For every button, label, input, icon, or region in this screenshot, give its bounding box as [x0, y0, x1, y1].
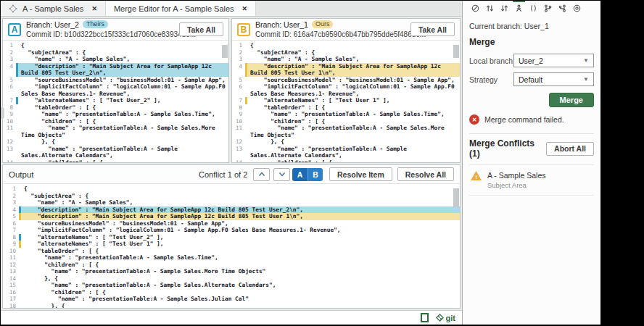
current-branch-label: Current branch: User_1 — [469, 22, 594, 30]
code-text: { — [16, 42, 228, 49]
error-icon: ✕ — [469, 114, 479, 125]
pull-icon[interactable] — [484, 1, 496, 14]
line-number: 2 — [232, 49, 245, 57]
conflict-counter: Conflict 1 of 2 — [199, 170, 247, 179]
take-b-toggle[interactable]: B — [307, 168, 323, 181]
output-panel: Output Conflict 1 of 2 A B — [2, 164, 461, 309]
code-line: 13 "name" : "presentationTable:A - Sampl… — [232, 146, 460, 159]
code-line: 2 "subjectArea" : { — [232, 49, 460, 57]
line-number: 18 — [3, 303, 19, 309]
push-icon[interactable] — [498, 1, 511, 14]
code-text: }, { — [19, 275, 460, 283]
code-text: "name" : "A - Sample Sales", — [19, 199, 460, 206]
code-line: 17 "name" : "presentationTable:A - Sampl… — [3, 296, 460, 303]
code-line: 4 "description" : "Main Subject Area for… — [3, 63, 228, 77]
code-line: 1{ — [232, 42, 460, 49]
ours-scrollbar-thumb[interactable] — [453, 45, 459, 58]
code-text: "name" : "presentationTable:A - Sample S… — [19, 268, 460, 275]
branch-b-badge: B — [237, 23, 250, 36]
take-a-toggle[interactable]: A — [292, 168, 307, 181]
line-number: 9 — [3, 111, 16, 118]
status-icon[interactable] — [469, 1, 482, 14]
code-text: "description" : "Main Subject Area for S… — [245, 63, 460, 77]
code-text: "implicitFactColumn" : "logicalColumn:01… — [19, 227, 460, 234]
code-text: "sourceBusinessModel" : "businessModel:0… — [19, 220, 460, 227]
local-branch-select[interactable]: User_2 ▼ — [513, 54, 594, 67]
code-line: 6 "implicitFactColumn" : "logicalColumn:… — [232, 83, 460, 97]
line-number: 11 — [3, 254, 19, 262]
line-number: 2 — [3, 49, 16, 57]
ab-toggle: A B — [292, 168, 323, 181]
git-toolbar — [469, 1, 594, 18]
line-number: 8 — [3, 104, 16, 112]
code-text: "alternateNames" : [ "Test User_2" ], — [16, 97, 228, 104]
code-line: 12 }, { — [232, 138, 460, 146]
code-line: 9 "alternateNames" : [ "Test User 1" ], — [3, 241, 460, 248]
code-text: "children" : [ { — [16, 159, 228, 163]
line-number: 12 — [232, 138, 245, 146]
tab-label: A - Sample Sales — [22, 4, 83, 13]
branch-b-commit-id: Commit ID: 616a47cb9590c6b47bb795dde5f48… — [255, 30, 426, 38]
line-number: 7 — [3, 97, 16, 104]
code-text: "tableOrder" : [ { — [245, 104, 460, 112]
code-line: 3 "name" : "A - Sample Sales", — [3, 199, 460, 206]
warning-icon: ! — [471, 171, 482, 180]
reset-icon[interactable] — [571, 1, 583, 14]
model-status-icon[interactable] — [421, 313, 429, 322]
branch-a-name: Branch: User_2 — [26, 20, 79, 29]
code-line: 5 "sourceBusinessModel" : "businessModel… — [3, 77, 228, 84]
code-text: { — [245, 42, 460, 49]
code-text: "children" : [ { — [245, 159, 460, 163]
theirs-pill: Theirs — [83, 20, 108, 28]
line-number: 14 — [232, 159, 245, 163]
merge-icon[interactable] — [513, 1, 525, 14]
conflict-item-title: A - Sample Sales — [487, 171, 546, 180]
tab-sample-sales[interactable]: A - Sample Sales ✕ — [1, 1, 106, 16]
code-line: 12 "children" : [ { — [3, 262, 460, 269]
line-number: 12 — [3, 262, 19, 269]
code-line: 8 "alternateNames" : [ "Test User_2" ], — [3, 234, 460, 241]
strategy-select[interactable]: Default ▼ — [513, 72, 594, 86]
branch-icon[interactable] — [542, 1, 554, 14]
code-line: 5 "sourceBusinessModel" : "businessModel… — [232, 77, 460, 84]
code-line: 3 "name" : "A - Sample Sales", — [3, 56, 228, 63]
code-line: 12 }, { — [3, 138, 228, 146]
code-line: 4 "description" : "Main Subject Area for… — [3, 206, 460, 214]
next-conflict-button[interactable] — [273, 168, 290, 181]
rebase-icon[interactable] — [527, 1, 540, 14]
merge-button[interactable]: Merge — [549, 93, 594, 107]
code-text: "name" : "presentationTable:A - Sample S… — [19, 282, 460, 289]
line-number: 5 — [232, 77, 245, 84]
code-text: "description" : "Main Subject Area for S… — [16, 63, 228, 77]
line-number: 11 — [3, 125, 16, 138]
theirs-panel: A Branch: User_2 Theirs Commit ID: b10d3… — [2, 18, 229, 163]
tab-close-icon[interactable]: ✕ — [242, 5, 248, 12]
line-number: 1 — [3, 42, 16, 49]
status-bar: git — [1, 310, 462, 325]
strategy-label: Strategy — [469, 75, 513, 84]
theirs-scrollbar-thumb[interactable] — [222, 45, 228, 58]
abort-all-button[interactable]: Abort All — [546, 142, 594, 156]
panel-splitter-handle[interactable] — [1, 107, 4, 119]
take-all-b-button[interactable]: Take All — [410, 22, 455, 36]
theirs-code-editor[interactable]: 1{2 "subjectArea" : {3 "name" : "A - Sam… — [3, 41, 228, 162]
code-line: 10 "children" : [ { — [232, 118, 460, 125]
line-number: 11 — [232, 125, 245, 138]
line-number: 14 — [3, 159, 16, 163]
code-text: "description" : "Main Subject Area for S… — [19, 213, 460, 220]
line-number: 12 — [3, 138, 16, 146]
previous-conflict-button[interactable] — [253, 168, 270, 181]
theirs-panel-header: A Branch: User_2 Theirs Commit ID: b10d3… — [3, 19, 228, 41]
code-text: }, { — [16, 138, 228, 146]
output-code-editor[interactable]: 1{2 "subjectArea" : {3 "name" : "A - Sam… — [3, 184, 460, 308]
resolve-item-button[interactable]: Resolve Item — [329, 167, 392, 181]
branch-a-commit-id: Commit ID: b10d322bcc15f333c1d7060ce8393… — [26, 30, 196, 38]
branch-create-icon[interactable] — [556, 1, 569, 14]
tab-close-icon[interactable]: ✕ — [91, 5, 97, 12]
tab-merge-editor[interactable]: Merge Editor for A - Sample Sales ✕ — [106, 1, 256, 16]
resolve-all-button[interactable]: Resolve All — [397, 167, 454, 181]
ours-code-editor[interactable]: 1{2 "subjectArea" : {3 "name" : "A - Sam… — [232, 41, 460, 162]
output-scrollbar-thumb[interactable] — [453, 188, 459, 207]
take-all-a-button[interactable]: Take All — [179, 22, 223, 36]
conflict-list-item[interactable]: ! A - Sample Sales Subject Area — [469, 164, 594, 196]
